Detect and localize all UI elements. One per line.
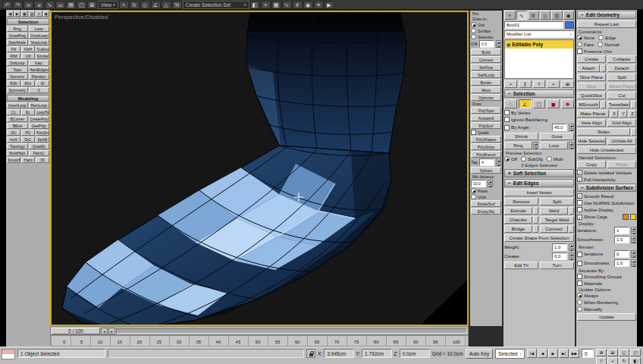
zoom-extents-all-icon[interactable]: ◰ <box>630 349 641 356</box>
split-button[interactable]: Split <box>607 74 636 81</box>
outline-tool-button[interactable]: Outline <box>36 46 49 52</box>
insert-vertex-button[interactable]: Insert Vertex <box>504 189 574 196</box>
polytopo-button[interactable]: PolyTopo <box>471 107 501 114</box>
ruler-tick-10[interactable]: 10 <box>97 340 102 345</box>
time-slider-track[interactable] <box>116 328 467 334</box>
iterations-field[interactable]: 0 <box>614 250 629 258</box>
attach-settings-button[interactable] <box>601 64 606 72</box>
weld-settings-button[interactable] <box>569 207 574 215</box>
smoothing-groups-checkbox[interactable] <box>577 274 582 279</box>
x-tool-button[interactable]: X <box>29 87 50 93</box>
multi-radio[interactable]: Multi <box>547 156 563 162</box>
grid-align-button[interactable]: Grid Align <box>607 119 636 127</box>
cage-color-swatch-1[interactable] <box>630 214 636 220</box>
polybranch-button[interactable]: PolyBranch <box>471 151 501 158</box>
z-coordinate-field[interactable]: 0.0cm <box>400 349 430 358</box>
iterations-spinner[interactable] <box>631 250 636 258</box>
autoweld-button[interactable]: Autoweld <box>471 115 501 121</box>
rollout-selection[interactable]: −Selection <box>504 89 574 98</box>
hide-selected-button[interactable]: Hide Selected <box>577 137 606 145</box>
unlink-icon[interactable]: ⌀ <box>34 1 44 9</box>
display-tab[interactable]: ▥ <box>551 11 563 20</box>
ruler-tick-25[interactable]: 25 <box>156 340 162 345</box>
smoothness-field[interactable]: 1.0 <box>614 236 629 243</box>
grow-button[interactable]: Grow <box>540 133 574 140</box>
element-icon[interactable]: ❖ <box>561 99 574 108</box>
polysurf-button[interactable]: PolySurf <box>471 122 501 129</box>
quadify-tool-button[interactable]: Quadify <box>29 143 50 149</box>
when-rendering-radio[interactable]: When Rendering <box>577 300 618 305</box>
smooth-tool-button[interactable]: Smooth <box>7 157 20 163</box>
smooth-result-checkbox[interactable]: ✓ <box>577 193 582 199</box>
auto-key-button[interactable]: Auto Key <box>466 349 493 359</box>
taper-field[interactable]: 4 <box>479 158 494 166</box>
tops-tool-button[interactable]: Tops <box>7 67 28 73</box>
go-to-end-button[interactable]: ▶▶ <box>569 349 579 358</box>
ruler-tick-5[interactable]: 5 <box>80 340 83 345</box>
time-slider[interactable]: 0 / 100 ◂▸ <box>50 326 469 335</box>
add-tool-icon[interactable]: + <box>36 11 42 17</box>
ruler-tick-95[interactable]: 95 <box>433 340 438 345</box>
30-tool-button[interactable]: 30 <box>36 157 49 163</box>
rect-region-icon[interactable]: ▢ <box>77 1 86 9</box>
taper-spinner[interactable] <box>496 158 501 166</box>
percent-snap-icon[interactable]: % <box>172 1 182 9</box>
ignore-backfacing-checkbox[interactable] <box>504 117 510 122</box>
attach-button[interactable]: Attach <box>577 64 600 72</box>
selection-lock-toggle[interactable] <box>306 349 315 358</box>
ruler-tick-30[interactable]: 30 <box>177 340 182 345</box>
collapse-button[interactable]: Collapse <box>607 55 636 63</box>
curve-editor-icon[interactable]: ∿ <box>282 1 292 9</box>
select-rotate-icon[interactable]: ↻ <box>130 1 140 9</box>
timeline-ruler[interactable]: 0510152025303540455055606570758085909510… <box>50 335 469 347</box>
target-weld-button[interactable]: Target Weld <box>540 216 574 224</box>
gap-tool-button[interactable]: Gap: <box>29 60 50 66</box>
loop-tool-button[interactable]: Loop <box>29 26 50 32</box>
hide-unselected-button[interactable]: Hide Unselected <box>577 146 636 154</box>
materials-checkbox[interactable] <box>577 281 582 286</box>
face-radio[interactable]: Face <box>577 42 594 47</box>
create-button[interactable]: Create <box>577 55 606 63</box>
show-cage-checkbox[interactable]: ✓ <box>577 215 582 220</box>
undo-icon[interactable]: ↶ <box>2 1 12 9</box>
full-interactivity-checkbox[interactable]: ✓ <box>577 177 582 182</box>
panel-list-icon[interactable]: ▤ <box>29 11 36 17</box>
relax-settings-button[interactable] <box>631 128 636 136</box>
axis-z-button[interactable]: Z <box>629 110 636 118</box>
grid-radio[interactable]: Grid <box>471 22 485 27</box>
swiftloop-button[interactable]: SwiftLoop <box>471 71 501 78</box>
edit-tri-button[interactable]: Edit Tri <box>504 262 538 269</box>
fill-tool-button[interactable]: Fill <box>7 46 20 52</box>
zoom-all-icon[interactable]: ⊞ <box>607 349 618 356</box>
by-angle-spinner[interactable] <box>569 124 574 131</box>
field-spinner[interactable] <box>488 180 493 187</box>
smoothness-spinner[interactable] <box>631 259 636 267</box>
select-object-icon[interactable]: ▭ <box>55 1 65 9</box>
manually-radio[interactable]: Manually <box>577 306 602 312</box>
angle-snap-icon[interactable]: △ <box>162 1 171 9</box>
cl-tool-button[interactable]: CL <box>7 109 20 115</box>
use-nurms-subdivision-checkbox[interactable] <box>577 200 582 206</box>
section-header-selection[interactable]: Selection <box>7 18 49 25</box>
ruler-tick-85[interactable]: 85 <box>394 340 399 345</box>
quads-checkbox[interactable] <box>471 130 476 135</box>
rim-tool-button[interactable]: RIM <box>7 53 20 59</box>
panel-options-icon[interactable]: ◆ <box>43 11 50 17</box>
turn-button[interactable]: Turn <box>540 262 574 269</box>
ring-button[interactable]: Ring <box>504 142 532 149</box>
isoline-display-checkbox[interactable] <box>577 207 582 212</box>
connect-button[interactable]: Connect <box>471 56 501 63</box>
x-coordinate-field[interactable]: 3.945cm <box>324 349 354 358</box>
surface-radio[interactable]: Surface <box>471 28 491 33</box>
pin-stack-icon[interactable]: ▪ <box>504 80 517 88</box>
prev-arrow-icon[interactable]: ◀ <box>7 11 14 17</box>
remove-button[interactable]: Remove <box>504 198 538 206</box>
multihide-tool-button[interactable]: MultiHide <box>7 150 28 156</box>
delete-isolated-vertices-checkbox[interactable]: ✓ <box>577 170 582 175</box>
section-header-modeling[interactable]: Modeling <box>7 95 49 102</box>
select-move-icon[interactable]: + <box>119 1 129 9</box>
build-button[interactable]: Build <box>471 49 501 55</box>
object-name-field[interactable]: Box01 <box>504 21 563 29</box>
shrink-button[interactable]: Shrink <box>504 133 538 140</box>
normal-radio[interactable]: Normal <box>598 42 619 47</box>
